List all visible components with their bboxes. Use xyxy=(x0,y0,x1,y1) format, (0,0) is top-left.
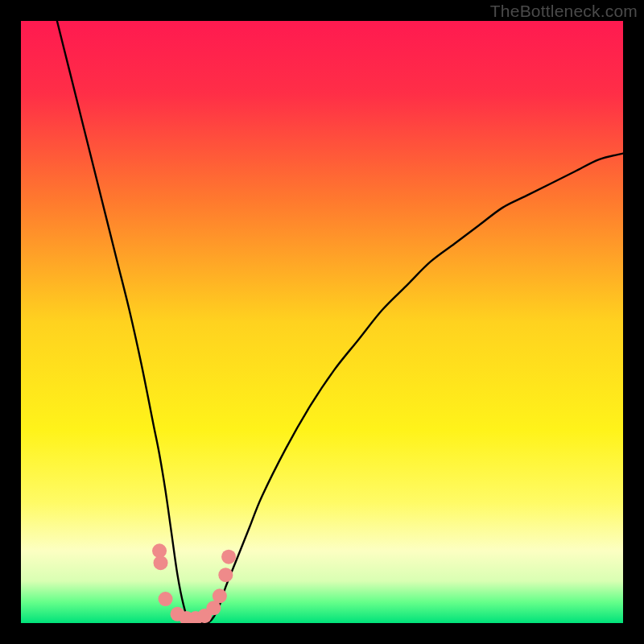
highlight-dot xyxy=(218,568,233,582)
bottleneck-chart xyxy=(21,21,623,623)
gradient-background xyxy=(21,21,623,623)
highlight-dot xyxy=(221,550,236,564)
chart-frame: TheBottleneck.com xyxy=(0,0,644,644)
watermark-text: TheBottleneck.com xyxy=(490,2,638,21)
plot-area xyxy=(21,21,623,623)
highlight-dot xyxy=(213,588,227,603)
highlight-dot xyxy=(154,555,168,570)
highlight-dot xyxy=(159,592,173,606)
